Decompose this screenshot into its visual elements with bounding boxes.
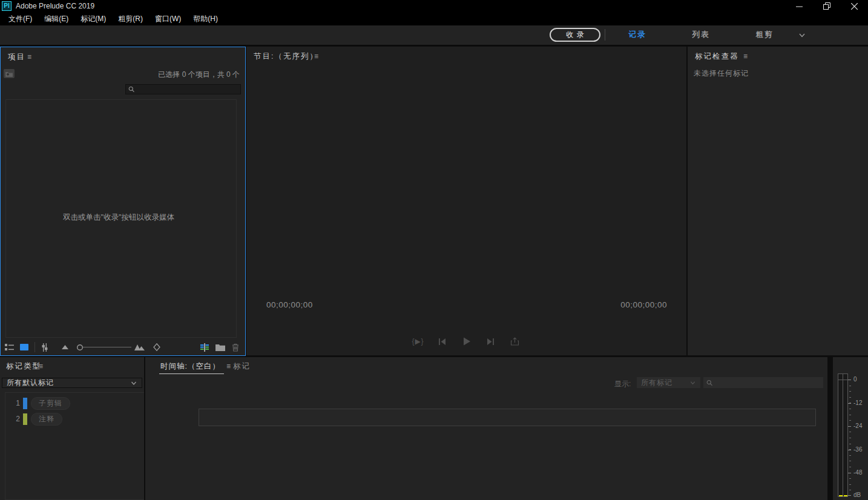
marker-type-label[interactable]: 注释 <box>31 413 62 426</box>
new-bin-button[interactable] <box>215 341 226 353</box>
step-back-icon <box>438 338 446 346</box>
db-label: -36 <box>853 446 862 453</box>
menu-window[interactable]: 窗口(W) <box>149 12 187 25</box>
timeline-search-box[interactable] <box>703 377 823 388</box>
export-frame-icon <box>510 337 519 346</box>
timeline-track[interactable] <box>199 409 816 426</box>
workspace-separator <box>605 29 605 41</box>
active-tab-underline <box>159 373 224 374</box>
export-frame-button[interactable] <box>510 336 521 347</box>
show-filter-dropdown[interactable]: 所有标记 <box>637 377 700 388</box>
play-icon <box>462 337 471 346</box>
close-icon <box>851 3 858 10</box>
thumbnail-view-button[interactable] <box>19 341 30 353</box>
step-forward-icon <box>487 338 495 346</box>
marker-color-swatch <box>23 413 27 425</box>
marker-types-list: 1 子剪辑 2 注释 <box>5 392 144 500</box>
current-timecode: 00;00;00;00 <box>266 300 313 309</box>
major-tick <box>848 473 851 473</box>
app-icon: Pl <box>2 1 12 11</box>
timeline-search-input[interactable] <box>712 379 823 386</box>
chevron-down-icon <box>130 380 137 387</box>
zoom-out-thumbnails-icon[interactable] <box>59 341 70 353</box>
list-view-button[interactable] <box>4 341 15 353</box>
project-search-input[interactable] <box>134 86 240 93</box>
major-tick <box>848 403 851 404</box>
marker-filter-dropdown[interactable]: 所有默认标记 <box>2 378 142 388</box>
navigate-up-button[interactable] <box>4 69 15 78</box>
meter-level-left <box>839 495 843 496</box>
transport-controls: {▶} <box>246 336 686 347</box>
big-mountains-icon <box>134 344 145 350</box>
project-panel-title: 项目 <box>8 52 25 62</box>
meter-level-right <box>844 495 847 496</box>
workspace-overflow-button[interactable] <box>798 31 806 39</box>
menu-help[interactable]: 帮助(H) <box>187 12 224 25</box>
footer-separator <box>35 342 35 352</box>
panel-menu-icon[interactable]: ≡ <box>743 52 748 61</box>
workspace-tab-list[interactable]: 列表 <box>686 30 716 40</box>
menu-roughcut[interactable]: 粗剪(R) <box>112 12 149 25</box>
prelude-window: Pl Adobe Prelude CC 2019 文件(F) 编辑(E) 标记(… <box>0 0 868 500</box>
menu-edit[interactable]: 编辑(E) <box>38 12 74 25</box>
marker-inspector-panel: 标记检查器 ≡ 未选择任何标记 <box>688 47 868 355</box>
marker-types-panel: 标记类型 ≡ 所有默认标记 1 子剪辑 2 注释 <box>0 357 144 500</box>
minimize-button[interactable] <box>786 0 813 12</box>
workspace-tab-logging[interactable]: 记录 <box>622 30 653 40</box>
db-label: 0 <box>853 376 857 383</box>
step-back-button[interactable] <box>437 336 448 347</box>
restore-button[interactable] <box>813 0 840 12</box>
db-label: -24 <box>853 423 862 429</box>
list-view-icon <box>5 343 15 351</box>
tab-markers[interactable]: 标记 <box>233 361 251 372</box>
small-mountain-icon <box>62 345 68 349</box>
db-label: -12 <box>853 400 862 406</box>
meter-tick-scale <box>849 380 851 496</box>
db-unit-label: dB <box>853 492 861 498</box>
play-in-to-out-button[interactable]: {▶} <box>413 336 424 347</box>
thumbnail-view-icon <box>20 344 28 350</box>
marker-type-number: 1 <box>12 399 20 407</box>
marker-type-label[interactable]: 子剪辑 <box>31 397 70 410</box>
folder-icon <box>215 344 225 351</box>
sort-order-button[interactable] <box>151 341 162 353</box>
panel-menu-icon[interactable]: ≡ <box>226 362 231 370</box>
panel-menu-icon[interactable]: ≡ <box>314 52 318 61</box>
marker-type-row[interactable]: 1 子剪辑 <box>5 397 144 410</box>
minimize-icon <box>796 3 803 10</box>
inspector-empty-message: 未选择任何标记 <box>694 68 749 79</box>
project-footer-toolbar <box>1 339 245 355</box>
panel-menu-icon[interactable]: ≡ <box>27 53 31 61</box>
play-button[interactable] <box>461 336 472 347</box>
timeline-panel: 时间轴:（空白） ≡ 标记 显示: 所有标记 <box>145 357 827 500</box>
marker-type-number: 2 <box>12 415 20 423</box>
chevron-down-icon <box>798 31 806 39</box>
marker-type-row[interactable]: 2 注释 <box>5 413 144 426</box>
search-icon <box>706 380 712 386</box>
slider-track[interactable] <box>83 347 131 347</box>
workspace-tab-roughcut[interactable]: 粗剪 <box>749 30 780 40</box>
menu-file[interactable]: 文件(F) <box>2 12 38 25</box>
ingest-button[interactable]: 收录 <box>550 28 600 42</box>
monitor-panel-title: 节目:（无序列） <box>254 51 318 62</box>
trash-icon <box>232 343 239 352</box>
major-tick <box>848 380 851 380</box>
panel-menu-icon[interactable]: ≡ <box>39 362 43 370</box>
zoom-in-thumbnails-icon[interactable] <box>134 341 145 353</box>
chevron-down-icon <box>689 380 696 386</box>
close-button[interactable] <box>841 0 868 12</box>
marker-filter-value: 所有默认标记 <box>7 378 54 388</box>
delete-button[interactable] <box>230 341 241 353</box>
menu-marker[interactable]: 标记(M) <box>74 12 112 25</box>
workspace-bar: 收录 记录 列表 粗剪 <box>0 25 868 46</box>
step-forward-button[interactable] <box>485 336 496 347</box>
menu-bar: 文件(F) 编辑(E) 标记(M) 粗剪(R) 窗口(W) 帮助(H) <box>0 12 868 25</box>
show-label: 显示: <box>614 379 631 389</box>
selection-status: 已选择 0 个项目，共 0 个 <box>158 70 240 80</box>
major-tick <box>848 426 851 427</box>
project-search-box[interactable] <box>125 84 241 94</box>
new-rough-cut-button[interactable] <box>199 341 210 353</box>
tab-timeline[interactable]: 时间轴:（空白） <box>160 361 220 372</box>
filter-options-button[interactable] <box>39 341 50 353</box>
project-empty-message: 双击或单击"收录"按钮以收录媒体 <box>1 212 237 223</box>
